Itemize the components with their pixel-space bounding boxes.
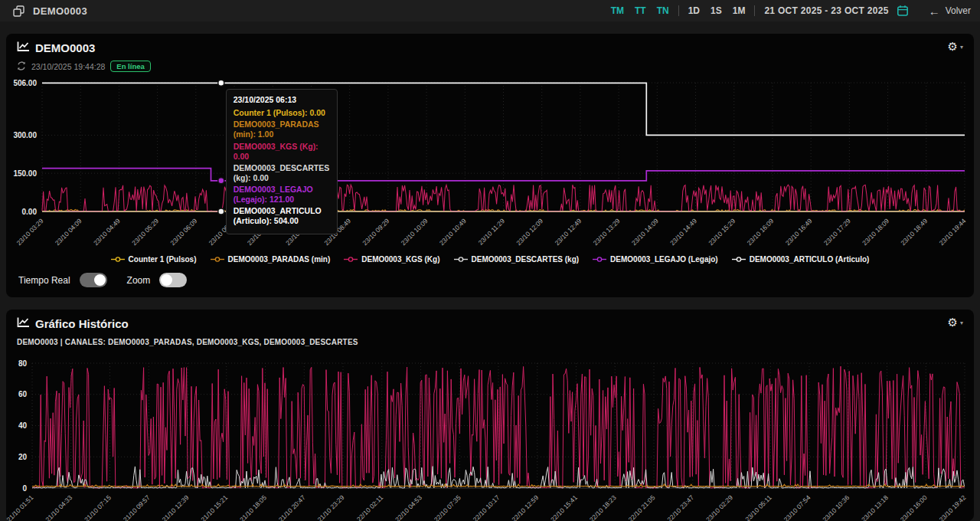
- legend-marker-icon: [454, 256, 468, 263]
- svg-text:23/10 07:54: 23/10 07:54: [782, 493, 812, 521]
- svg-text:23/10 04:09: 23/10 04:09: [54, 217, 83, 247]
- historic-panel-title: Gráfico Histórico: [17, 316, 129, 331]
- svg-text:21/10 09:57: 21/10 09:57: [122, 493, 152, 521]
- chart-controls: Tiempo Real Zoom: [18, 273, 198, 287]
- svg-text:23/10 19:42: 23/10 19:42: [938, 493, 968, 521]
- tiempo-real-toggle[interactable]: [80, 273, 107, 287]
- svg-text:23/10 16:00: 23/10 16:00: [899, 493, 929, 521]
- svg-text:21/10 07:15: 21/10 07:15: [83, 493, 113, 521]
- svg-text:506.00: 506.00: [13, 79, 37, 87]
- svg-text:60: 60: [18, 390, 28, 398]
- tab-tn[interactable]: TN: [657, 5, 669, 16]
- svg-text:23/10 09:29: 23/10 09:29: [361, 217, 390, 247]
- legend-item[interactable]: DEMO0003_KGS (Kg): [344, 255, 439, 264]
- zoom-toggle[interactable]: [159, 273, 187, 287]
- svg-text:23/10 16:49: 23/10 16:49: [784, 217, 814, 247]
- divider: [678, 5, 679, 16]
- gear-icon: ⚙: [948, 40, 958, 54]
- svg-text:23/10 12:09: 23/10 12:09: [514, 217, 544, 247]
- svg-text:22/10 07:35: 22/10 07:35: [433, 493, 462, 521]
- svg-text:22/10 02:11: 22/10 02:11: [355, 493, 385, 521]
- svg-text:21/10 23:29: 21/10 23:29: [316, 493, 346, 521]
- svg-text:21/10 20:47: 21/10 20:47: [277, 493, 307, 521]
- tooltip-row: DEMO0003_DESCARTES (kg): 0.00: [234, 163, 330, 183]
- date-range[interactable]: 21 OCT 2025 - 23 OCT 2025: [764, 5, 888, 16]
- legend-marker-icon: [593, 256, 606, 263]
- svg-text:21/10 15:21: 21/10 15:21: [199, 493, 229, 521]
- legend-item[interactable]: DEMO0003_PARADAS (min): [211, 255, 331, 264]
- svg-text:23/10 13:18: 23/10 13:18: [860, 493, 890, 521]
- tab-1s[interactable]: 1S: [710, 5, 722, 16]
- tooltip-time: 23/10/2025 06:13: [234, 95, 330, 105]
- svg-text:0.00: 0.00: [22, 208, 38, 216]
- svg-text:22/10 23:47: 22/10 23:47: [665, 493, 695, 521]
- svg-text:21/10 04:33: 21/10 04:33: [44, 493, 74, 521]
- tab-1m[interactable]: 1M: [733, 5, 746, 16]
- svg-text:23/10 10:49: 23/10 10:49: [438, 217, 468, 247]
- svg-text:23/10 19:44: 23/10 19:44: [938, 217, 968, 247]
- svg-text:23/10 06:09: 23/10 06:09: [168, 217, 198, 247]
- zoom-label: Zoom: [127, 275, 151, 286]
- svg-text:23/10 03:29: 23/10 03:29: [15, 217, 45, 247]
- volver-button[interactable]: ← Volver: [929, 5, 971, 17]
- svg-text:150.00: 150.00: [13, 169, 37, 178]
- svg-text:22/10 10:17: 22/10 10:17: [472, 493, 501, 521]
- svg-text:21/10 01:51: 21/10 01:51: [6, 493, 35, 521]
- legend-label: DEMO0003_ARTICULO (Articulo): [750, 255, 870, 264]
- svg-text:20: 20: [18, 453, 28, 461]
- legend-marker-icon: [732, 256, 746, 263]
- tab-1d[interactable]: 1D: [688, 5, 700, 16]
- svg-text:23/10 17:29: 23/10 17:29: [822, 217, 852, 247]
- refresh-icon[interactable]: [17, 61, 26, 72]
- svg-text:23/10 14:09: 23/10 14:09: [630, 217, 660, 247]
- divider: [754, 5, 755, 16]
- line-chart-icon: [17, 41, 30, 55]
- tab-tm[interactable]: TM: [611, 5, 624, 16]
- svg-text:80: 80: [18, 359, 28, 368]
- legend-item[interactable]: DEMO0003_ARTICULO (Articulo): [732, 255, 870, 264]
- chart-tooltip: 23/10/2025 06:13 Counter 1 (Pulsos): 0.0…: [226, 89, 338, 234]
- legend-label: DEMO0003_LEGAJO (Legajo): [610, 255, 718, 264]
- calendar-icon[interactable]: [897, 5, 909, 17]
- legend-item[interactable]: DEMO0003_LEGAJO (Legajo): [593, 255, 718, 264]
- svg-text:22/10 21:05: 22/10 21:05: [627, 493, 657, 521]
- chart-legend: Counter 1 (Pulsos)DEMO0003_PARADAS (min)…: [6, 255, 974, 264]
- tiempo-real-label: Tiempo Real: [18, 275, 70, 286]
- app-title: DEMO0003: [33, 5, 87, 17]
- legend-label: DEMO0003_DESCARTES (kg): [472, 255, 580, 264]
- back-arrow-icon: ←: [929, 5, 940, 17]
- svg-text:23/10 02:29: 23/10 02:29: [704, 493, 734, 521]
- svg-text:40: 40: [18, 421, 28, 430]
- tooltip-row: Counter 1 (Pulsos): 0.00: [234, 108, 330, 118]
- legend-label: Counter 1 (Pulsos): [129, 255, 197, 264]
- svg-text:22/10 18:23: 22/10 18:23: [588, 493, 618, 521]
- svg-text:0: 0: [22, 484, 27, 493]
- realtime-settings-button[interactable]: ⚙ ▾: [948, 40, 963, 54]
- status-badge: En línea: [110, 61, 150, 72]
- tooltip-row: DEMO0003_ARTICULO (Articulo): 504.00: [234, 206, 330, 226]
- svg-text:23/10 18:09: 23/10 18:09: [861, 217, 890, 247]
- svg-text:23/10 11:29: 23/10 11:29: [477, 217, 507, 247]
- last-update-timestamp: 23/10/2025 19:44:28: [31, 62, 105, 71]
- svg-text:23/10 04:49: 23/10 04:49: [92, 217, 122, 247]
- legend-marker-icon: [344, 256, 358, 263]
- realtime-panel: DEMO0003 ⚙ ▾ 23/10/2025 19:44:28 En líne…: [6, 34, 974, 297]
- realtime-chart[interactable]: 0.00150.00300.00506.0023/10 03:2923/10 0…: [6, 75, 974, 253]
- legend-marker-icon: [111, 256, 125, 263]
- tab-tt[interactable]: TT: [635, 5, 646, 16]
- caret-down-icon: ▾: [960, 319, 963, 326]
- historic-chart[interactable]: 02040608021/10 01:5121/10 04:3321/10 07:…: [6, 346, 974, 521]
- svg-text:21/10 18:05: 21/10 18:05: [238, 493, 268, 521]
- svg-text:23/10 16:09: 23/10 16:09: [746, 217, 776, 247]
- legend-item[interactable]: Counter 1 (Pulsos): [111, 255, 197, 264]
- line-chart-icon: [17, 316, 30, 331]
- svg-text:300.00: 300.00: [13, 131, 37, 139]
- historic-settings-button[interactable]: ⚙ ▾: [948, 316, 963, 329]
- svg-text:22/10 15:41: 22/10 15:41: [549, 493, 579, 521]
- historic-subtitle: DEMO0003 | CANALES: DEMO0003_PARADAS, DE…: [17, 338, 358, 346]
- tooltip-row: DEMO0003_KGS (Kg): 0.00: [234, 142, 330, 162]
- svg-text:23/10 14:49: 23/10 14:49: [668, 217, 698, 247]
- legend-item[interactable]: DEMO0003_DESCARTES (kg): [454, 255, 580, 264]
- svg-text:23/10 10:09: 23/10 10:09: [400, 217, 430, 247]
- svg-text:23/10 18:49: 23/10 18:49: [899, 217, 929, 247]
